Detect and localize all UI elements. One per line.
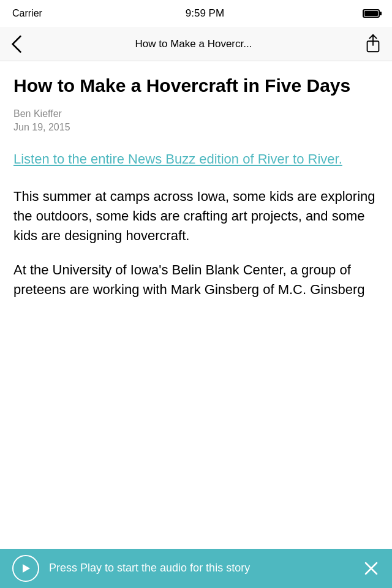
play-button[interactable] (12, 555, 39, 582)
article-paragraph-2: At the University of Iowa's Belin Blank … (13, 260, 379, 300)
player-bar: Press Play to start the audio for this s… (0, 549, 392, 588)
battery-icon (363, 9, 380, 18)
status-left: Carrier (12, 8, 47, 19)
close-button[interactable] (363, 560, 380, 577)
share-button[interactable] (363, 29, 383, 59)
article-author: Ben Kieffer (13, 108, 379, 119)
article-link[interactable]: Listen to the entire News Buzz edition o… (13, 150, 379, 168)
nav-bar: How to Make a Hovercr... (0, 27, 392, 61)
back-button[interactable] (9, 31, 24, 58)
carrier-label: Carrier (12, 8, 42, 19)
status-right (363, 9, 380, 18)
status-bar: Carrier 9:59 PM (0, 0, 392, 27)
article-content: How to Make a Hovercraft in Five Days Be… (0, 61, 392, 549)
article-title: How to Make a Hovercraft in Five Days (13, 75, 379, 96)
article-body: This summer at camps across Iowa, some k… (13, 187, 379, 299)
article-paragraph-1: This summer at camps across Iowa, some k… (13, 187, 379, 246)
player-text: Press Play to start the audio for this s… (49, 561, 363, 575)
nav-title: How to Make a Hovercr... (24, 38, 363, 50)
status-time: 9:59 PM (186, 7, 224, 20)
battery-fill (364, 11, 378, 16)
article-date: Jun 19, 2015 (13, 122, 379, 133)
